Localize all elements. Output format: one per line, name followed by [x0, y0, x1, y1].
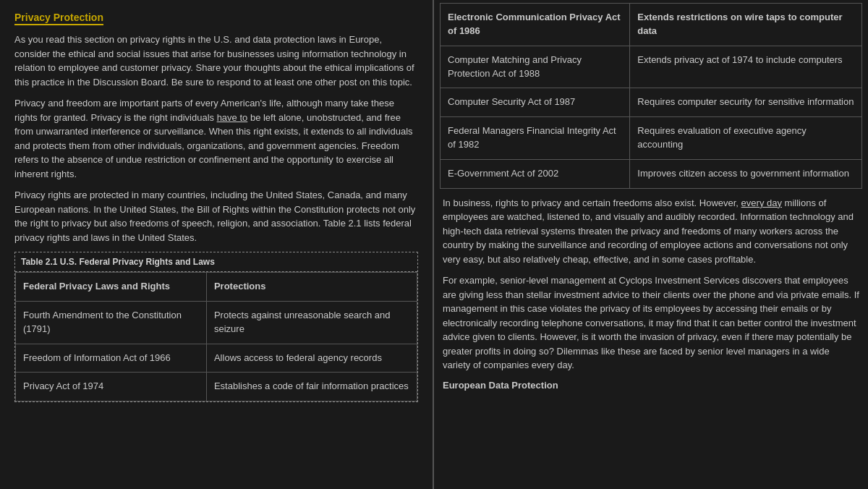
privacy-table: Federal Privacy Laws and Rights Protecti… — [15, 272, 417, 401]
table-row: Freedom of Information Act of 1966 Allow… — [16, 344, 417, 373]
table-row: Fourth Amendment to the Constitution (17… — [16, 301, 417, 344]
section-title: Privacy Protection — [14, 12, 103, 25]
right-law-cell: Electronic Communication Privacy Act of … — [441, 4, 630, 46]
law-cell: Freedom of Information Act of 1966 — [16, 344, 207, 373]
intro-paragraph-1: As you read this section on privacy righ… — [14, 33, 418, 89]
right-table-row: Electronic Communication Privacy Act of … — [441, 4, 862, 46]
right-protection-cell: Extends privacy act of 1974 to include c… — [630, 46, 862, 88]
european-section-title: European Data Protection — [440, 380, 862, 391]
protection-cell: Establishes a code of fair information p… — [206, 373, 417, 401]
right-protection-cell: Improves citizen access to government in… — [630, 159, 862, 188]
intro-paragraph-2: Privacy and freedom are important parts … — [14, 96, 418, 181]
federal-privacy-table: Table 2.1 U.S. Federal Privacy Rights an… — [14, 252, 418, 402]
business-paragraph-1: In business, rights to privacy and certa… — [440, 196, 862, 267]
right-table-row: Computer Matching and Privacy Protection… — [441, 46, 862, 88]
right-law-cell: Computer Matching and Privacy Protection… — [441, 46, 630, 88]
table-row: Privacy Act of 1974 Establishes a code o… — [16, 373, 417, 401]
right-law-cell: E-Government Act of 2002 — [441, 159, 630, 188]
business-paragraph-2: For example, senior-level management at … — [440, 273, 862, 373]
right-table-row: Computer Security Act of 1987Requires co… — [441, 88, 862, 117]
intro-paragraph-3: Privacy rights are protected in many cou… — [14, 188, 418, 244]
right-law-cell: Computer Security Act of 1987 — [441, 88, 630, 117]
table-title: Table 2.1 U.S. Federal Privacy Rights an… — [15, 252, 417, 272]
protection-cell: Allows access to federal agency records — [206, 344, 417, 373]
right-table-row: E-Government Act of 2002Improves citizen… — [441, 159, 862, 188]
col-header-law: Federal Privacy Laws and Rights — [16, 273, 207, 302]
right-protection-cell: Requires computer security for sensitive… — [630, 88, 862, 117]
law-cell: Fourth Amendment to the Constitution (17… — [16, 301, 207, 344]
table-header-row: Federal Privacy Laws and Rights Protecti… — [16, 273, 417, 302]
right-protection-cell: Requires evaluation of executive agency … — [630, 117, 862, 160]
right-table-row: Federal Managers Financial Integrity Act… — [441, 117, 862, 160]
right-panel: Electronic Communication Privacy Act of … — [434, 0, 868, 489]
right-laws-table: Electronic Communication Privacy Act of … — [440, 3, 862, 189]
col-header-protections: Protections — [206, 273, 417, 302]
left-panel: Privacy Protection As you read this sect… — [0, 0, 434, 489]
law-cell: Privacy Act of 1974 — [16, 373, 207, 401]
right-protection-cell: Extends restrictions on wire taps to com… — [630, 4, 862, 46]
protection-cell: Protects against unreasonable search and… — [206, 301, 417, 344]
right-law-cell: Federal Managers Financial Integrity Act… — [441, 117, 630, 160]
